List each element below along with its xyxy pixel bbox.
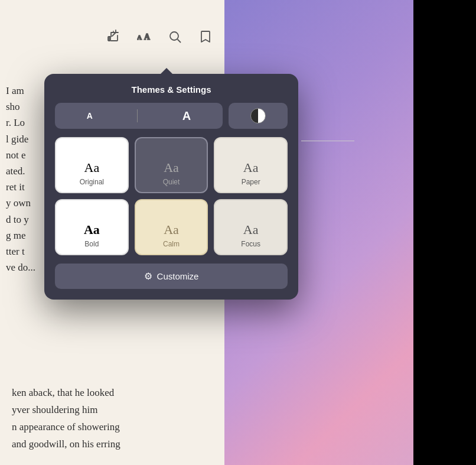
theme-paper[interactable]: Aa Paper bbox=[214, 137, 288, 193]
theme-quiet-aa: Aa bbox=[164, 160, 179, 175]
share-icon[interactable] bbox=[106, 30, 120, 44]
svg-line-4 bbox=[178, 40, 181, 43]
pointer-line bbox=[301, 141, 354, 141]
reader-text-bottom: ken aback, that he looked yver shoulderi… bbox=[0, 385, 278, 453]
font-size-control[interactable]: A A bbox=[55, 103, 223, 129]
theme-focus[interactable]: Aa Focus bbox=[214, 199, 288, 255]
toolbar: A A bbox=[47, 30, 272, 44]
theme-original-aa: Aa bbox=[84, 160, 100, 175]
theme-bold[interactable]: Aa Bold bbox=[55, 199, 129, 255]
themes-grid: Aa Original Aa Quiet Aa Paper Aa Bold Aa… bbox=[55, 137, 288, 255]
bookmark-icon[interactable] bbox=[198, 30, 213, 44]
theme-quiet[interactable]: Aa Quiet bbox=[135, 137, 208, 193]
font-size-divider bbox=[137, 109, 138, 122]
customize-button[interactable]: ⚙ Customize bbox=[55, 264, 288, 289]
theme-paper-label: Paper bbox=[242, 178, 260, 186]
font-size-icon[interactable]: A A bbox=[137, 30, 151, 44]
theme-calm[interactable]: Aa Calm bbox=[135, 199, 208, 255]
theme-focus-aa: Aa bbox=[243, 222, 259, 238]
display-mode-button[interactable] bbox=[229, 103, 288, 129]
display-mode-icon bbox=[250, 108, 266, 123]
black-background bbox=[413, 0, 476, 465]
theme-calm-aa: Aa bbox=[164, 222, 179, 238]
themes-settings-popover: Themes & Settings A A Aa Original Aa Qui… bbox=[44, 74, 298, 300]
svg-text:A: A bbox=[144, 32, 150, 41]
search-icon[interactable] bbox=[168, 30, 182, 44]
customize-label: Customize bbox=[157, 271, 199, 281]
font-size-large-label: A bbox=[182, 109, 191, 123]
theme-bold-aa: Aa bbox=[84, 222, 100, 238]
svg-point-3 bbox=[170, 32, 178, 40]
customize-gear-icon: ⚙ bbox=[144, 271, 152, 282]
theme-calm-label: Calm bbox=[163, 240, 180, 248]
theme-focus-label: Focus bbox=[241, 240, 260, 248]
theme-bold-label: Bold bbox=[84, 240, 99, 248]
theme-original-label: Original bbox=[80, 178, 104, 186]
theme-quiet-label: Quiet bbox=[163, 178, 180, 186]
font-size-small-label: A bbox=[87, 111, 93, 121]
popover-title: Themes & Settings bbox=[55, 84, 288, 95]
theme-paper-aa: Aa bbox=[243, 160, 259, 175]
svg-text:A: A bbox=[137, 34, 142, 41]
controls-row: A A bbox=[55, 103, 288, 129]
theme-original[interactable]: Aa Original bbox=[55, 137, 129, 193]
